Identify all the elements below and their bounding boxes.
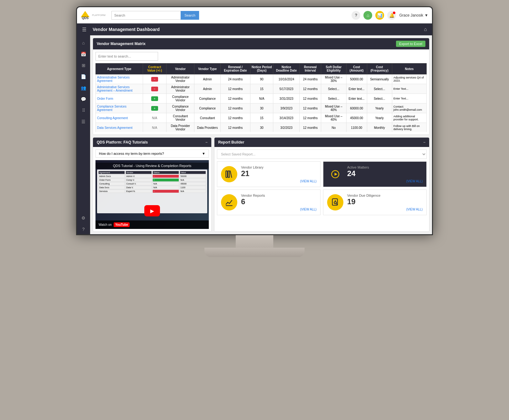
logo-text: QDS xyxy=(82,17,89,20)
watch-on-text: Watch on xyxy=(99,223,112,226)
agreement-cell[interactable]: Data Services Agreement xyxy=(96,123,143,132)
col-contract-value: Contract Value (+/-) xyxy=(143,63,166,74)
video-thumbnail: Agreement Vendor Status Value Admin Svcs… xyxy=(95,160,209,229)
report-builder-header: Report Builder − xyxy=(214,138,429,147)
cost-freq-cell: Select... xyxy=(367,84,392,94)
chart-icon-btn[interactable]: 📊 xyxy=(375,11,384,20)
sidebar-icon-apps[interactable]: ⠿ xyxy=(79,105,89,115)
vendor-cell: Data Provider Vendor xyxy=(167,123,194,132)
agreement-cell[interactable]: Administrative Services Agreement – Amen… xyxy=(96,84,143,94)
vendor-reports-view-all[interactable]: (VIEW ALL) xyxy=(241,208,316,211)
soft-dollar-cell: No xyxy=(321,123,346,132)
active-matters-count: 24 xyxy=(347,169,423,178)
agreement-cell[interactable]: Compliance Services Agreement xyxy=(96,104,143,113)
contract-value-cell: − xyxy=(143,84,166,94)
vendor-cell: Administrator Vendor xyxy=(167,74,194,84)
col-agreement: Agreement Type xyxy=(96,63,143,74)
svg-line-8 xyxy=(336,204,337,205)
renewal-interval-cell: 12 months xyxy=(300,94,321,104)
export-to-excel-button[interactable]: Export to Excel xyxy=(396,41,425,47)
contract-value-cell: N/A xyxy=(143,113,166,123)
stat-card-due-diligence[interactable]: Vendor Due Diligence 19 (VIEW ALL) xyxy=(323,190,427,215)
col-notes: Notes xyxy=(392,63,426,74)
stat-card-vendor-library[interactable]: Vendor Library 21 (VIEW ALL) xyxy=(217,161,321,187)
nav-home-icon[interactable]: ⌂ xyxy=(424,27,427,32)
svg-point-6 xyxy=(334,201,337,204)
soft-dollar-cell: Mixed Use – 30% xyxy=(321,74,346,84)
renewal-cell: 12 months xyxy=(220,104,250,113)
stat-card-active-matters[interactable]: Active Matters 24 (VIEW ALL) xyxy=(323,161,427,187)
user-menu[interactable]: Grace Janosik ▼ xyxy=(399,13,428,18)
notice-deadline-cell: 5/17/2023 xyxy=(273,84,300,94)
filter-input[interactable] xyxy=(95,52,158,61)
hamburger-icon[interactable]: ☰ xyxy=(82,27,86,33)
chevron-down-icon: ▼ xyxy=(424,13,428,18)
sidebar-icon-settings[interactable]: ⚙ xyxy=(79,213,89,223)
renewal-interval-cell: 12 months xyxy=(300,113,321,123)
soft-dollar-cell: Mixed Use – 40% xyxy=(321,104,346,113)
contract-value-cell: N/A xyxy=(143,123,166,132)
vendor-library-view-all[interactable]: (VIEW ALL) xyxy=(241,180,316,183)
due-diligence-icon xyxy=(327,194,343,210)
col-cost-amount: Cost (Amount) xyxy=(346,63,367,74)
notice-deadline-cell: 3/9/2023 xyxy=(273,104,300,113)
saved-report-select[interactable]: Select Saved Report... xyxy=(217,149,427,159)
search-input[interactable] xyxy=(111,11,181,20)
agreement-cell[interactable]: Order Form xyxy=(96,94,143,104)
youtube-play-button[interactable] xyxy=(144,205,160,216)
renewal-interval-cell: 12 months xyxy=(300,104,321,113)
stat-card-vendor-reports[interactable]: Vendor Reports 6 (VIEW ALL) xyxy=(217,190,321,215)
active-matters-label: Active Matters xyxy=(347,165,423,169)
col-notice-deadline: Notice Deadline Date xyxy=(273,63,300,74)
bell-icon-btn[interactable]: 🔔 xyxy=(387,11,396,20)
sidebar-icon-chat[interactable]: 💬 xyxy=(79,94,89,104)
contract-value-cell: − xyxy=(143,74,166,84)
due-diligence-label: Vendor Due Diligence xyxy=(347,194,423,197)
contract-value-cell: + xyxy=(143,94,166,104)
cost-amount-cell: Enter text... xyxy=(346,94,367,104)
notice-period-cell: 15 xyxy=(250,84,273,94)
sidebar-icon-help[interactable]: ? xyxy=(79,224,89,234)
notes-cell: Enter Text... xyxy=(392,94,426,104)
faq-title: QDS Platform: FAQ Tutorials xyxy=(97,140,148,144)
monitor-stand-base xyxy=(204,248,305,257)
vendor-type-cell: Admin xyxy=(194,84,221,94)
notes-cell: Follow up with Bill on delivery timing. xyxy=(392,123,426,132)
notice-deadline-cell: 3/2/2023 xyxy=(273,123,300,132)
vendor-reports-count: 6 xyxy=(241,197,316,206)
agreement-cell[interactable]: Administrative Services Agreement xyxy=(96,74,143,84)
faq-close-icon[interactable]: − xyxy=(205,140,208,144)
sidebar-icon-document[interactable]: 📄 xyxy=(79,72,89,82)
col-notice-period: Notice Period (Days) xyxy=(250,63,273,74)
due-diligence-view-all[interactable]: (VIEW ALL) xyxy=(347,208,423,211)
vendor-type-cell: Consultant xyxy=(194,113,221,123)
svg-marker-3 xyxy=(335,173,337,175)
renewal-cell: 12 months xyxy=(220,113,250,123)
agreement-cell[interactable]: Consulting Agreement xyxy=(96,113,143,123)
faq-question-dropdown[interactable]: How do I access my term-by-term reports?… xyxy=(95,149,209,158)
help-icon-btn[interactable]: ? xyxy=(352,11,360,20)
home-icon-btn[interactable]: ⌂ xyxy=(363,11,372,20)
main-layout: ⌂ 📅 ⊞ 📄 👥 💬 ⠿ ☰ ⚙ ? Vendor Management Ma… xyxy=(77,35,432,234)
search-button[interactable]: Search xyxy=(181,11,199,20)
vendor-matrix-table: Agreement Type Contract Value (+/-) Vend… xyxy=(95,63,427,132)
monitor-stand-neck xyxy=(236,235,273,248)
active-matters-view-all[interactable]: (VIEW ALL) xyxy=(347,180,423,183)
sidebar-icon-calendar[interactable]: 📅 xyxy=(79,49,89,59)
sidebar-icon-home[interactable]: ⌂ xyxy=(79,38,89,48)
vendor-cell: Consultant Vendor xyxy=(167,113,194,123)
notice-period-cell: 30 xyxy=(250,123,273,132)
sidebar-icon-grid[interactable]: ⊞ xyxy=(79,60,89,70)
vendor-type-cell: Compliance xyxy=(194,104,221,113)
renewal-cell: 12 months xyxy=(220,84,250,94)
sidebar-icon-list[interactable]: ☰ xyxy=(79,117,89,127)
notice-period-cell: 15 xyxy=(250,113,273,123)
logo-subtext: PLATFORM xyxy=(92,14,105,17)
cost-amount-cell: Enter text... xyxy=(346,84,367,94)
video-title-overlay: QDS Tutorial - Using Review & Completion… xyxy=(95,163,209,169)
renewal-interval-cell: 12 months xyxy=(300,84,321,94)
renewal-cell: 12 months xyxy=(220,123,250,132)
vendor-matrix-body: Agreement Type Contract Value (+/-) Vend… xyxy=(93,49,429,134)
sidebar-icon-people[interactable]: 👥 xyxy=(79,83,89,93)
report-close-icon[interactable]: − xyxy=(423,140,425,144)
